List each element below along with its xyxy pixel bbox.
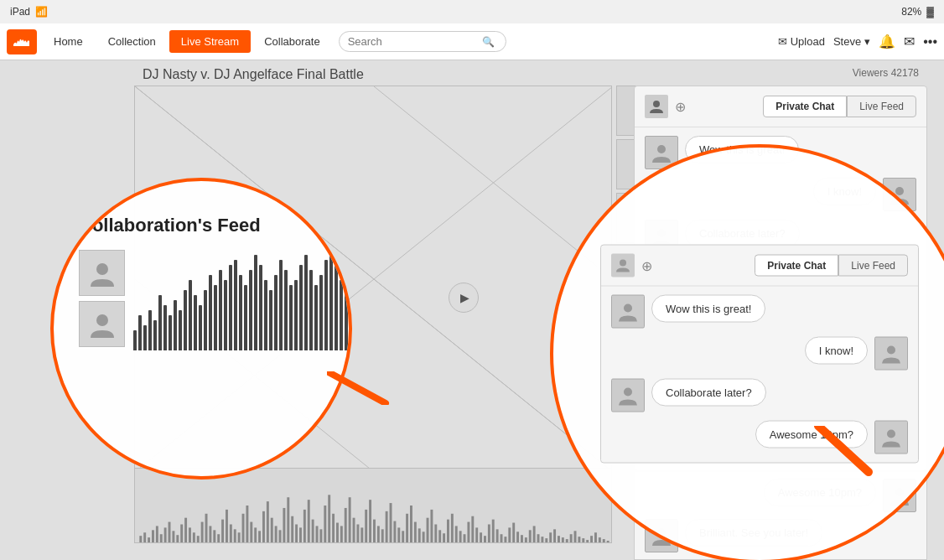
user-menu[interactable]: Steve ▾: [833, 35, 870, 48]
rcp-tab-live-feed[interactable]: Live Feed: [838, 255, 908, 277]
svg-rect-78: [365, 510, 367, 542]
svg-rect-98: [447, 520, 449, 542]
svg-rect-48: [242, 514, 245, 542]
svg-rect-87: [402, 531, 404, 542]
wifi-icon: 📶: [35, 6, 48, 18]
svg-rect-29: [164, 527, 167, 542]
svg-point-140: [96, 263, 108, 275]
rcp-msg-3: Collaborate later?: [611, 379, 908, 412]
logo[interactable]: [7, 29, 37, 54]
svg-rect-80: [373, 520, 376, 542]
zoom-arrow-right: [810, 426, 877, 476]
svg-point-141: [96, 314, 108, 326]
zoom-circle-left: Collaboration's Feed: [50, 178, 352, 480]
mail-icon[interactable]: ✉: [904, 34, 915, 49]
svg-rect-45: [230, 524, 232, 542]
svg-rect-120: [537, 534, 540, 542]
svg-rect-100: [455, 526, 458, 542]
nav-collaborate[interactable]: Collaborate: [252, 30, 332, 53]
svg-rect-53: [262, 511, 265, 542]
search-bar[interactable]: 🔍: [339, 31, 506, 52]
svg-rect-31: [172, 531, 174, 542]
svg-rect-84: [390, 503, 392, 542]
svg-rect-40: [209, 526, 211, 542]
svg-rect-97: [443, 533, 445, 542]
zoom-circle-right: ⊕ Private Chat Live Feed Wow this is gre…: [550, 144, 944, 560]
svg-rect-133: [590, 536, 593, 542]
battery-icon: ▓: [926, 6, 934, 18]
svg-rect-70: [332, 514, 335, 542]
tab-live-feed[interactable]: Live Feed: [847, 96, 916, 117]
device-label: iPad: [10, 6, 30, 18]
rcp-add-icon[interactable]: ⊕: [641, 257, 652, 273]
status-bar: iPad 📶 82% ▓: [0, 0, 944, 23]
svg-rect-101: [459, 531, 462, 542]
rcp-avatar-2: [874, 337, 908, 371]
svg-rect-134: [594, 532, 597, 542]
svg-rect-64: [308, 500, 310, 542]
svg-rect-56: [275, 526, 277, 542]
rcp-tab-private-chat[interactable]: Private Chat: [755, 255, 838, 277]
upload-button[interactable]: ✉ Upload: [778, 35, 825, 48]
svg-rect-107: [484, 536, 486, 542]
notification-icon[interactable]: 🔔: [879, 34, 895, 49]
nav-live-stream[interactable]: Live Stream: [169, 30, 251, 53]
add-person-icon[interactable]: ⊕: [675, 99, 686, 115]
svg-rect-42: [217, 534, 220, 542]
nav-home[interactable]: Home: [42, 30, 95, 53]
svg-rect-125: [558, 536, 560, 542]
svg-line-142: [327, 371, 386, 403]
svg-rect-116: [521, 535, 523, 542]
svg-rect-39: [205, 514, 208, 542]
svg-rect-34: [184, 518, 187, 542]
svg-rect-112: [504, 537, 506, 542]
more-icon[interactable]: •••: [923, 34, 937, 49]
svg-rect-23: [139, 536, 142, 542]
svg-rect-25: [148, 537, 150, 542]
svg-rect-109: [492, 520, 495, 542]
svg-rect-51: [254, 527, 257, 542]
collab-avatar-2: [79, 301, 125, 347]
svg-rect-130: [578, 537, 580, 542]
play-button[interactable]: ▶: [449, 283, 479, 313]
nav-collection[interactable]: Collection: [96, 30, 168, 53]
svg-rect-36: [193, 532, 195, 542]
upload-icon: ✉: [778, 35, 787, 48]
battery-percentage: 82%: [901, 6, 921, 18]
svg-point-143: [620, 260, 626, 267]
svg-rect-92: [423, 531, 425, 542]
svg-rect-110: [496, 529, 499, 542]
play-icon: ▶: [460, 291, 469, 304]
svg-rect-27: [156, 526, 158, 542]
rcp-msg-2: I know!: [611, 337, 908, 371]
rcp-avatar-4: [874, 421, 908, 454]
svg-rect-24: [143, 532, 146, 542]
svg-rect-102: [464, 534, 466, 542]
svg-rect-103: [467, 522, 469, 542]
svg-rect-52: [258, 531, 261, 542]
chevron-down-icon: ▾: [864, 35, 870, 48]
tab-private-chat[interactable]: Private Chat: [763, 96, 847, 117]
svg-rect-137: [607, 541, 609, 542]
svg-point-145: [887, 346, 895, 355]
svg-rect-47: [238, 532, 241, 542]
collab-avatars: [79, 250, 125, 347]
svg-rect-135: [599, 537, 601, 542]
rcp-msg-1: Wow this is great!: [611, 295, 908, 329]
svg-rect-82: [381, 529, 384, 542]
svg-rect-49: [246, 506, 248, 542]
upload-label: Upload: [791, 35, 825, 48]
svg-rect-28: [160, 534, 163, 542]
search-input[interactable]: [348, 35, 482, 48]
svg-rect-115: [516, 531, 519, 542]
svg-rect-59: [287, 497, 289, 542]
zoom-arrow-left: [327, 371, 394, 405]
svg-rect-60: [291, 516, 293, 542]
svg-rect-126: [562, 537, 564, 542]
svg-rect-69: [328, 495, 330, 542]
svg-rect-132: [586, 540, 589, 542]
svg-line-148: [818, 426, 869, 472]
svg-rect-121: [541, 537, 543, 542]
svg-rect-61: [295, 524, 298, 542]
svg-rect-122: [545, 538, 547, 542]
